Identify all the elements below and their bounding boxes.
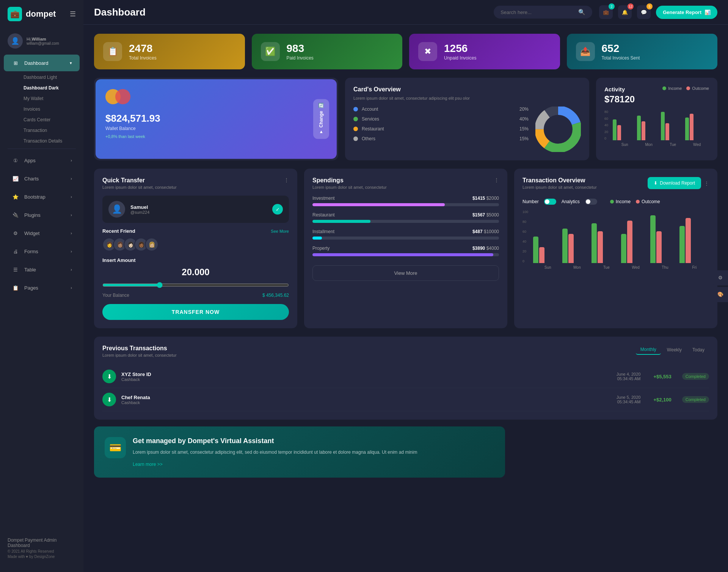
- va-title: Get managed by Dompet's Virtual Assistan…: [133, 437, 417, 445]
- legend-others: Others 15%: [353, 136, 529, 141]
- sidebar-item-widget[interactable]: ⚙ Widget ›: [4, 225, 80, 241]
- spending-installment-label: Installment: [312, 229, 334, 234]
- subnav-dashboard-light[interactable]: Dashboard Light: [20, 72, 83, 83]
- logo-text: dompet: [26, 9, 56, 19]
- spending-property-header: Property $3890 $4000: [312, 246, 499, 251]
- legend-account: Account 20%: [353, 107, 529, 112]
- income-filter: Income: [610, 199, 631, 204]
- briefcase-button[interactable]: 💼 2: [599, 5, 613, 19]
- trans-status-2: Completed: [682, 396, 709, 403]
- tx-bar-thu-income: [650, 215, 656, 263]
- page-title: Dashboard: [94, 6, 487, 18]
- trans-item-2: ⬇ Chef Renata Cashback June 5, 2020 05:3…: [102, 388, 709, 411]
- sidebar-item-pages[interactable]: 📋 Pages ›: [4, 279, 80, 296]
- va-learn-more-link[interactable]: Learn more >>: [133, 462, 163, 467]
- spending-property: Property $3890 $4000: [312, 246, 499, 256]
- balance-value: $ 456,345.62: [262, 293, 289, 298]
- stat-icon-total: 📋: [103, 42, 122, 61]
- transfer-user-name: Samuel: [130, 204, 149, 210]
- spending-restaurant: Restaurant $1567 $5000: [312, 212, 499, 223]
- legend-services: Services 40%: [353, 116, 529, 122]
- spending-investment: Investment $1415 $2000: [312, 196, 499, 206]
- view-more-button[interactable]: View More: [312, 265, 499, 281]
- search-input[interactable]: [500, 9, 574, 15]
- sidebar-footer: Dompet Payment Admin Dashboard © 2021 Al…: [0, 532, 83, 564]
- amount-slider[interactable]: [102, 282, 289, 288]
- tab-weekly[interactable]: Weekly: [662, 345, 686, 354]
- subnav-transaction-details[interactable]: Transaction Details: [20, 136, 83, 146]
- bar-group-mon: [637, 116, 660, 140]
- charts-icon: 📈: [11, 174, 20, 183]
- trans-name-2: Chef Renata: [121, 395, 150, 400]
- logo-icon: 💼: [8, 7, 22, 21]
- footer-copy: © 2021 All Rights Reserved: [8, 549, 76, 553]
- float-settings-button[interactable]: ⚙: [713, 270, 728, 285]
- hamburger-icon[interactable]: ☰: [70, 10, 76, 18]
- briefcase-badge: 2: [609, 3, 615, 9]
- download-report-button[interactable]: ⬇ Download Report: [648, 177, 701, 189]
- float-paint-button[interactable]: 🎨: [713, 287, 728, 302]
- see-more-link[interactable]: See More: [271, 229, 289, 234]
- card-overview-desc: Lorem ipsum dolor sit amet, consectetur …: [353, 96, 581, 100]
- sidebar-item-forms[interactable]: 🖨 Forms ›: [4, 243, 80, 260]
- tx-label-sun: Sun: [533, 265, 562, 270]
- spendings-desc: Lorem ipsum dolor sit amet, consectetur: [312, 185, 387, 190]
- sidebar-item-charts[interactable]: 📈 Charts ›: [4, 170, 80, 187]
- transaction-chart: 100806040200: [522, 210, 709, 270]
- spendings-card: Spendings Lorem ipsum dolor sit amet, co…: [304, 169, 507, 328]
- sidebar-item-bootstrap[interactable]: ⭐ Bootstrap ›: [4, 188, 80, 205]
- progress-fill-investment: [312, 203, 445, 206]
- bar-wed-income: [685, 118, 689, 140]
- stat-icon-unpaid: ✖: [418, 42, 437, 61]
- tx-bar-mon-income: [562, 229, 568, 263]
- trans-amount-2: +$2,100: [653, 397, 671, 403]
- tx-bar-mon: [562, 229, 590, 263]
- filter-analytics-toggle[interactable]: [544, 199, 556, 205]
- legend-restaurant: Restaurant 15%: [353, 126, 529, 132]
- trans-item-1: ⬇ XYZ Store ID Cashback June 4, 2020 05:…: [102, 365, 709, 388]
- tx-label-fri: Fri: [680, 265, 709, 270]
- wallet-change-button[interactable]: 🔄 Change ▾: [313, 99, 329, 139]
- activity-amount: $78120: [604, 94, 709, 105]
- download-icon: ⬇: [654, 180, 657, 186]
- chat-button[interactable]: 💬 5: [637, 5, 651, 19]
- subnav-invoices[interactable]: Invoices: [20, 104, 83, 114]
- trans-time-2: 05:34:45 AM: [617, 400, 641, 404]
- tx-bar-tue: [592, 223, 620, 263]
- sidebar-item-apps[interactable]: ① Apps ›: [4, 152, 80, 169]
- subnav-my-wallet[interactable]: My Wallet: [20, 93, 83, 104]
- transfer-more-dots[interactable]: ⋮: [284, 177, 289, 183]
- tx-bar-fri-outcome: [686, 218, 691, 263]
- tab-monthly[interactable]: Monthly: [636, 345, 661, 355]
- subnav-cards-center[interactable]: Cards Center: [20, 114, 83, 125]
- subnav-dashboard-dark[interactable]: Dashboard Dark: [20, 83, 83, 93]
- refresh-icon: 🔄: [318, 103, 324, 108]
- notification-button[interactable]: 🔔 12: [618, 5, 632, 19]
- recent-friends-label: Recent Friend: [102, 228, 135, 234]
- chat-badge: 5: [646, 3, 653, 9]
- transfer-check-icon: ✓: [272, 204, 283, 215]
- sidebar-item-plugins[interactable]: 🔌 Plugins ›: [4, 207, 80, 223]
- nav-label-widget: Widget: [24, 230, 66, 236]
- activity-chart: 806040200: [604, 110, 709, 147]
- bar-group-wed: [685, 114, 708, 140]
- wallet-balance: $824,571.93: [105, 113, 327, 124]
- transfer-now-button[interactable]: TRANSFER NOW: [102, 304, 289, 320]
- stat-info-total: 2478 Total Invoices: [129, 42, 157, 61]
- tab-today[interactable]: Today: [688, 345, 709, 354]
- generate-report-button[interactable]: Generate Report 📊: [656, 6, 717, 19]
- spendings-more-dots[interactable]: ⋮: [494, 177, 499, 183]
- user-greeting: Hi,William: [27, 37, 59, 41]
- outcome-filter-dot: [636, 200, 640, 204]
- spending-installment-amount: $487 $10000: [472, 229, 499, 234]
- outcome-filter: Outcome: [636, 199, 660, 204]
- progress-restaurant: [312, 220, 499, 223]
- bar-mon-income: [637, 116, 641, 140]
- sidebar-item-dashboard[interactable]: ⊞ Dashboard ▾: [4, 55, 80, 71]
- filter-number-toggle[interactable]: [585, 199, 597, 205]
- sidebar-item-table[interactable]: ☰ Table ›: [4, 261, 80, 278]
- transaction-more-dots[interactable]: ⋮: [704, 180, 709, 186]
- legend-pct-account: 20%: [519, 107, 529, 112]
- spendings-title: Spendings: [312, 177, 387, 184]
- subnav-transaction[interactable]: Transaction: [20, 125, 83, 136]
